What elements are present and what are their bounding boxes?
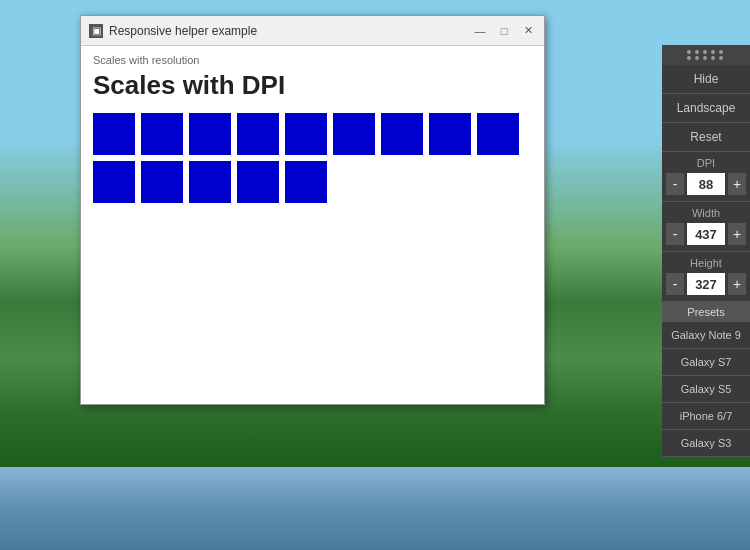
blocks-row-1 xyxy=(93,113,532,155)
blue-block xyxy=(237,161,279,203)
blue-block xyxy=(285,113,327,155)
dot xyxy=(687,56,691,60)
dot xyxy=(719,56,723,60)
window-subtitle: Scales with resolution xyxy=(93,54,532,66)
height-label: Height xyxy=(662,252,750,271)
dpi-label: DPI xyxy=(662,152,750,171)
dot xyxy=(711,56,715,60)
blue-blocks-container xyxy=(93,113,532,203)
height-plus-button[interactable]: + xyxy=(728,273,746,295)
dot xyxy=(695,56,699,60)
drag-dots xyxy=(687,50,725,60)
width-label: Width xyxy=(662,202,750,221)
blue-block xyxy=(237,113,279,155)
height-value: 327 xyxy=(687,273,725,295)
window-controls: — □ ✕ xyxy=(472,23,536,39)
blue-block xyxy=(285,161,327,203)
dpi-minus-button[interactable]: - xyxy=(666,173,684,195)
presets-label: Presets xyxy=(662,302,750,322)
blue-block xyxy=(477,113,519,155)
width-plus-button[interactable]: + xyxy=(728,223,746,245)
dot xyxy=(687,50,691,54)
landscape-button[interactable]: Landscape xyxy=(662,94,750,123)
window-title: Responsive helper example xyxy=(109,24,472,38)
width-value: 437 xyxy=(687,223,725,245)
blue-block xyxy=(381,113,423,155)
dpi-value: 88 xyxy=(687,173,725,195)
window-app-icon: ▣ xyxy=(89,24,103,38)
preset-galaxy-note-9[interactable]: Galaxy Note 9 xyxy=(662,322,750,349)
preset-iphone-6-7[interactable]: iPhone 6/7 xyxy=(662,403,750,430)
dot xyxy=(695,50,699,54)
blue-block xyxy=(333,113,375,155)
dot xyxy=(703,56,707,60)
width-minus-button[interactable]: - xyxy=(666,223,684,245)
dot xyxy=(719,50,723,54)
dot xyxy=(711,50,715,54)
blue-block xyxy=(93,161,135,203)
reset-button[interactable]: Reset xyxy=(662,123,750,152)
blue-block xyxy=(93,113,135,155)
window-content: Scales with resolution Scales with DPI xyxy=(81,46,544,404)
blue-block xyxy=(141,161,183,203)
window-heading: Scales with DPI xyxy=(93,70,532,101)
sidebar-panel: Hide Landscape Reset DPI - 88 + Width - … xyxy=(662,45,750,457)
height-control: - 327 + xyxy=(662,271,750,302)
hide-button[interactable]: Hide xyxy=(662,65,750,94)
blue-block xyxy=(189,161,231,203)
dpi-plus-button[interactable]: + xyxy=(728,173,746,195)
minimize-button[interactable]: — xyxy=(472,23,488,39)
blue-block xyxy=(141,113,183,155)
dpi-control: - 88 + xyxy=(662,171,750,202)
preset-galaxy-s5[interactable]: Galaxy S5 xyxy=(662,376,750,403)
maximize-button[interactable]: □ xyxy=(496,23,512,39)
height-minus-button[interactable]: - xyxy=(666,273,684,295)
blue-block xyxy=(429,113,471,155)
preset-galaxy-s3[interactable]: Galaxy S3 xyxy=(662,430,750,457)
width-control: - 437 + xyxy=(662,221,750,252)
blocks-row-2 xyxy=(93,161,532,203)
sidebar-drag-handle[interactable] xyxy=(662,45,750,65)
window-titlebar: ▣ Responsive helper example — □ ✕ xyxy=(81,16,544,46)
close-button[interactable]: ✕ xyxy=(520,23,536,39)
blue-block xyxy=(189,113,231,155)
preset-galaxy-s7[interactable]: Galaxy S7 xyxy=(662,349,750,376)
app-window: ▣ Responsive helper example — □ ✕ Scales… xyxy=(80,15,545,405)
dot xyxy=(703,50,707,54)
